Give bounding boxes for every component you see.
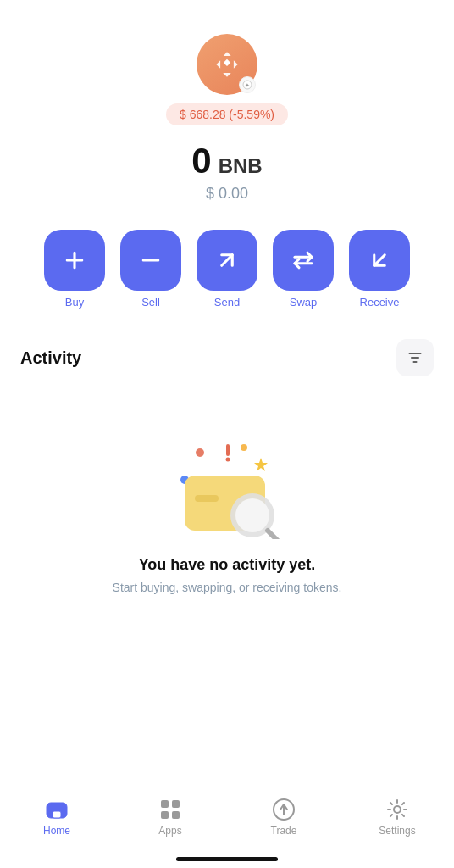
nav-item-home[interactable]: Home: [0, 798, 114, 837]
price-change-badge: $ 668.28 (-5.59%): [166, 103, 288, 125]
token-badge: ✦: [239, 76, 256, 93]
receive-button[interactable]: [349, 230, 410, 291]
svg-marker-1: [223, 73, 230, 77]
svg-rect-33: [172, 811, 180, 819]
svg-rect-32: [161, 811, 169, 819]
action-item-sell: Sell: [120, 230, 181, 309]
svg-line-27: [268, 531, 278, 539]
empty-state-svg: [159, 420, 295, 539]
empty-illustration: [159, 420, 295, 539]
nav-label-home: Home: [43, 825, 70, 837]
svg-rect-24: [195, 495, 219, 502]
buy-button[interactable]: [44, 230, 105, 291]
trade-icon: [272, 798, 296, 821]
action-item-buy: Buy: [44, 230, 105, 309]
empty-state-title: You have no activity yet.: [139, 556, 316, 574]
plus-icon: [62, 248, 87, 273]
settings-nav-icon: [385, 798, 409, 821]
filter-icon: [407, 349, 424, 366]
send-label: Send: [214, 296, 240, 309]
svg-point-17: [196, 448, 204, 457]
svg-marker-0: [224, 52, 231, 56]
bottom-nav: Home Apps Trade: [0, 787, 454, 868]
svg-line-10: [222, 255, 233, 266]
apps-icon: [159, 798, 181, 821]
sell-label: Sell: [141, 296, 160, 309]
activity-title: Activity: [20, 348, 81, 368]
action-item-send: Send: [197, 230, 257, 309]
activity-header: Activity: [20, 339, 434, 376]
nav-item-trade[interactable]: Trade: [227, 798, 340, 837]
main-content: ✦ $ 668.28 (-5.59%) 0 BNB $ 0.00 Buy: [0, 0, 454, 868]
receive-icon: [367, 248, 392, 273]
svg-rect-20: [226, 444, 230, 456]
activity-section: Activity: [0, 339, 454, 628]
apps-nav-icon: [158, 798, 182, 821]
home-nav-icon: [45, 798, 69, 821]
receive-label: Receive: [360, 296, 400, 309]
action-item-receive: Receive: [349, 230, 410, 309]
svg-rect-31: [172, 800, 180, 808]
send-icon: [214, 248, 240, 273]
nav-label-apps: Apps: [158, 825, 181, 837]
svg-rect-30: [161, 800, 169, 808]
token-amount-row: 0 BNB: [191, 141, 262, 181]
buy-label: Buy: [65, 296, 84, 309]
bnb-logo-icon: [209, 47, 245, 82]
svg-marker-3: [234, 60, 238, 68]
svg-point-21: [226, 458, 230, 462]
action-item-swap: Swap: [273, 230, 334, 309]
swap-label: Swap: [290, 296, 318, 309]
minus-icon: [138, 248, 163, 273]
svg-point-19: [241, 444, 247, 451]
token-icon-wrapper: ✦: [197, 34, 257, 95]
actions-row: Buy Sell Send: [0, 230, 454, 309]
svg-line-13: [374, 255, 385, 266]
sell-button[interactable]: [120, 230, 181, 291]
svg-marker-22: [254, 458, 268, 471]
svg-text:✦: ✦: [245, 82, 250, 88]
svg-rect-29: [53, 811, 61, 818]
gear-icon: [386, 798, 408, 821]
token-amount: 0: [191, 141, 211, 181]
token-usd-value: $ 0.00: [206, 185, 248, 203]
svg-point-26: [235, 498, 269, 532]
empty-state: You have no activity yet. Start buying, …: [20, 403, 434, 628]
swap-icon: [291, 248, 316, 273]
filter-button[interactable]: [396, 339, 434, 376]
badge-icon: ✦: [242, 80, 252, 90]
home-icon: [45, 799, 69, 820]
nav-label-settings: Settings: [379, 825, 415, 837]
nav-item-apps[interactable]: Apps: [114, 798, 227, 837]
svg-point-36: [394, 806, 401, 813]
empty-state-subtitle: Start buying, swapping, or receiving tok…: [113, 581, 342, 594]
token-symbol: BNB: [219, 154, 263, 178]
swap-button[interactable]: [273, 230, 334, 291]
trade-nav-icon: [272, 798, 296, 821]
send-button[interactable]: [197, 230, 257, 291]
nav-label-trade: Trade: [271, 825, 297, 837]
nav-item-settings[interactable]: Settings: [340, 798, 454, 837]
svg-marker-4: [224, 59, 230, 66]
svg-marker-2: [216, 60, 220, 68]
home-indicator: [176, 857, 278, 861]
